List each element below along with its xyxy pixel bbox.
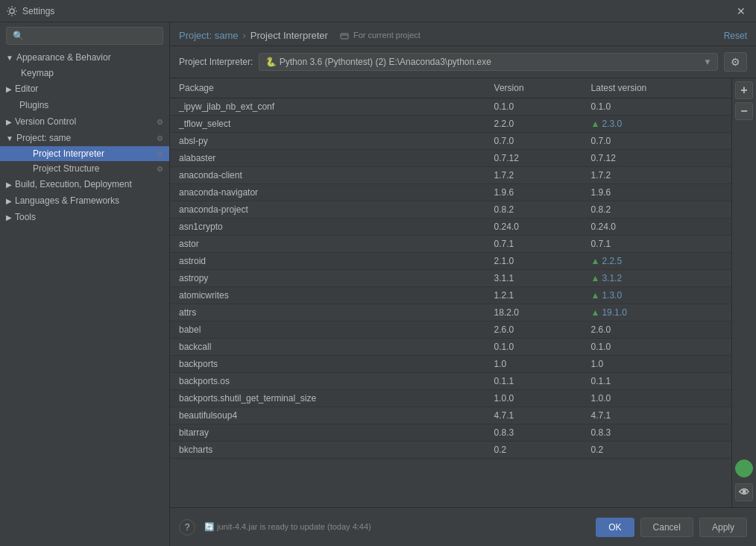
- table-row: absl-py0.7.00.7.0: [170, 133, 731, 150]
- status-indicator: [735, 459, 753, 477]
- col-latest: Latest version: [582, 78, 731, 98]
- package-latest: 2.6.0: [582, 321, 731, 339]
- sidebar-item-plugins[interactable]: Plugins: [0, 97, 169, 113]
- table-row: bitarray0.8.30.8.3: [170, 424, 731, 442]
- package-name: astropy: [170, 270, 485, 287]
- package-name: astor: [170, 236, 485, 253]
- package-table-scroll[interactable]: Package Version Latest version _ipyw_jla…: [170, 78, 731, 507]
- package-latest: 1.0: [582, 356, 731, 373]
- add-package-button[interactable]: +: [735, 81, 753, 99]
- sidebar-item-label: Tools: [15, 212, 36, 222]
- package-name: astroid: [170, 253, 485, 270]
- bottom-actions: OK Cancel Apply: [596, 518, 747, 537]
- config-icon: ⚙: [157, 150, 163, 158]
- content-area: Project: same › Project Interpreter For …: [170, 22, 756, 546]
- interpreter-select[interactable]: 🐍 Python 3.6 (Pythontest) (2) E:\Anacond…: [259, 53, 718, 71]
- package-version: 0.8.2: [485, 201, 582, 219]
- package-version: 0.2: [485, 442, 582, 459]
- collapse-arrow: ▶: [6, 181, 12, 189]
- table-row: _ipyw_jlab_nb_ext_conf0.1.00.1.0: [170, 98, 731, 116]
- sidebar-item-project-same[interactable]: ▼ Project: same ⚙: [0, 130, 169, 146]
- package-version: 18.2.0: [485, 304, 582, 321]
- search-box[interactable]: 🔍: [6, 27, 163, 45]
- svg-rect-1: [341, 34, 348, 39]
- sidebar-item-keymap[interactable]: Keymap: [0, 66, 169, 81]
- sidebar-item-editor[interactable]: ▶ Editor: [0, 81, 169, 97]
- package-latest: ▲19.1.0: [582, 304, 731, 321]
- package-version: 2.2.0: [485, 116, 582, 133]
- table-row: astor0.7.10.7.1: [170, 236, 731, 253]
- package-latest: 0.1.0: [582, 98, 731, 116]
- sidebar-item-tools[interactable]: ▶ Tools: [0, 209, 169, 225]
- package-latest: 0.7.12: [582, 150, 731, 167]
- package-version: 0.24.0: [485, 219, 582, 236]
- package-name: anaconda-project: [170, 201, 485, 219]
- table-row: backports.shutil_get_terminal_size1.0.01…: [170, 390, 731, 407]
- package-version: 2.6.0: [485, 321, 582, 339]
- help-button[interactable]: ?: [179, 519, 195, 536]
- breadcrumb: Project: same › Project Interpreter: [179, 30, 328, 41]
- bottom-bar: ? 🔄 junit-4.4.jar is ready to update (to…: [170, 507, 756, 546]
- sidebar-item-build[interactable]: ▶ Build, Execution, Deployment: [0, 176, 169, 192]
- table-row: astropy3.1.1▲3.1.2: [170, 270, 731, 287]
- table-actions: + − 👁: [731, 78, 756, 507]
- sidebar: 🔍 ▼ Appearance & Behavior Keymap ▶ Edito…: [0, 22, 170, 546]
- breadcrumb-arrow: ›: [242, 30, 245, 41]
- interpreter-select-wrapper: 🐍 Python 3.6 (Pythontest) (2) E:\Anacond…: [259, 53, 718, 71]
- package-version: 0.1.0: [485, 98, 582, 116]
- reset-link[interactable]: Reset: [724, 31, 747, 41]
- collapse-arrow: ▶: [6, 85, 12, 93]
- collapse-arrow: ▼: [6, 54, 13, 62]
- eye-button[interactable]: 👁: [735, 483, 753, 501]
- sidebar-item-label: Appearance & Behavior: [16, 52, 111, 63]
- search-input[interactable]: [27, 31, 157, 41]
- close-button[interactable]: ✕: [732, 4, 750, 19]
- sidebar-item-project-structure[interactable]: Project Structure ⚙: [0, 161, 169, 176]
- package-version: 0.1.1: [485, 373, 582, 390]
- cancel-button[interactable]: Cancel: [640, 518, 693, 537]
- table-row: astroid2.1.0▲2.2.5: [170, 253, 731, 270]
- package-name: _ipyw_jlab_nb_ext_conf: [170, 98, 485, 116]
- sidebar-item-label: Languages & Frameworks: [15, 195, 119, 206]
- remove-package-button[interactable]: −: [735, 102, 753, 120]
- sidebar-item-project-interpreter[interactable]: Project Interpreter ⚙: [0, 146, 169, 161]
- package-name: backcall: [170, 339, 485, 356]
- package-latest: ▲1.3.0: [582, 287, 731, 304]
- project-icon: [340, 31, 349, 40]
- sidebar-item-version-control[interactable]: ▶ Version Control ⚙: [0, 113, 169, 130]
- package-version: 1.9.6: [485, 184, 582, 201]
- interpreter-label: Project Interpreter:: [179, 57, 253, 67]
- package-latest: 4.7.1: [582, 407, 731, 424]
- sidebar-item-label: Editor: [15, 84, 38, 94]
- package-name: _tflow_select: [170, 116, 485, 133]
- config-icon: ⚙: [157, 118, 163, 126]
- collapse-arrow: ▼: [6, 134, 13, 142]
- package-name: bkcharts: [170, 442, 485, 459]
- collapse-arrow: ▶: [6, 197, 12, 205]
- breadcrumb-parent[interactable]: Project: same: [179, 30, 238, 41]
- config-icon: ⚙: [157, 134, 163, 142]
- sidebar-item-languages[interactable]: ▶ Languages & Frameworks: [0, 192, 169, 209]
- table-row: _tflow_select2.2.0▲2.3.0: [170, 116, 731, 133]
- package-latest: 0.8.3: [582, 424, 731, 442]
- sidebar-item-label: Project Structure: [33, 163, 99, 174]
- settings-icon: [6, 5, 18, 17]
- config-icon: ⚙: [157, 165, 163, 173]
- sidebar-item-label: Version Control: [15, 116, 76, 127]
- table-row: anaconda-navigator1.9.61.9.6: [170, 184, 731, 201]
- apply-button[interactable]: Apply: [699, 518, 747, 537]
- package-name: asn1crypto: [170, 219, 485, 236]
- package-name: attrs: [170, 304, 485, 321]
- table-row: backports.os0.1.10.1.1: [170, 373, 731, 390]
- sidebar-item-label: Project: same: [16, 133, 71, 143]
- package-version: 1.2.1: [485, 287, 582, 304]
- package-name: backports.shutil_get_terminal_size: [170, 390, 485, 407]
- package-latest: 0.1.0: [582, 339, 731, 356]
- svg-point-0: [10, 9, 14, 13]
- package-version: 1.0: [485, 356, 582, 373]
- interpreter-gear-button[interactable]: ⚙: [724, 52, 747, 72]
- ok-button[interactable]: OK: [596, 518, 634, 537]
- collapse-arrow: ▶: [6, 118, 12, 126]
- package-version: 1.0.0: [485, 390, 582, 407]
- sidebar-item-appearance[interactable]: ▼ Appearance & Behavior: [0, 49, 169, 66]
